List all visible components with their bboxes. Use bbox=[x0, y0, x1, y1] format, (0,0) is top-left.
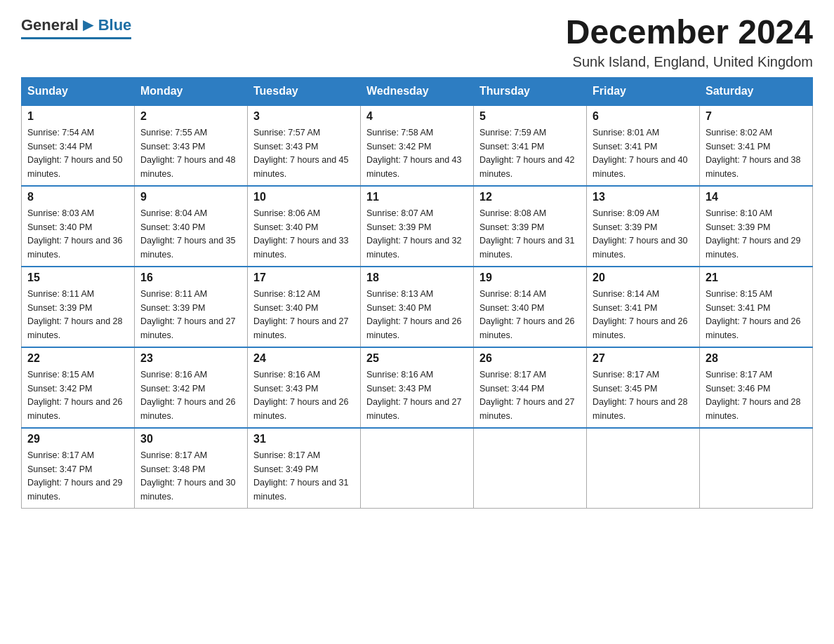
calendar-cell: 9 Sunrise: 8:04 AMSunset: 3:40 PMDayligh… bbox=[135, 186, 248, 267]
calendar-cell bbox=[361, 428, 474, 509]
day-number: 14 bbox=[706, 191, 807, 203]
calendar-table: SundayMondayTuesdayWednesdayThursdayFrid… bbox=[21, 77, 813, 509]
calendar-cell: 2 Sunrise: 7:55 AMSunset: 3:43 PMDayligh… bbox=[135, 105, 248, 186]
day-info: Sunrise: 8:04 AMSunset: 3:40 PMDaylight:… bbox=[140, 208, 236, 260]
day-info: Sunrise: 8:15 AMSunset: 3:41 PMDaylight:… bbox=[706, 289, 801, 340]
day-number: 26 bbox=[479, 352, 581, 365]
day-number: 25 bbox=[366, 352, 468, 365]
day-number: 31 bbox=[253, 433, 355, 445]
day-info: Sunrise: 8:12 AMSunset: 3:40 PMDaylight:… bbox=[253, 289, 349, 340]
calendar-cell: 6 Sunrise: 8:01 AMSunset: 3:41 PMDayligh… bbox=[587, 105, 700, 186]
day-info: Sunrise: 8:07 AMSunset: 3:39 PMDaylight:… bbox=[366, 208, 462, 260]
calendar-cell: 16 Sunrise: 8:11 AMSunset: 3:39 PMDaylig… bbox=[135, 267, 248, 347]
day-info: Sunrise: 8:17 AMSunset: 3:45 PMDaylight:… bbox=[593, 370, 688, 421]
day-number: 20 bbox=[593, 271, 694, 284]
day-info: Sunrise: 8:14 AMSunset: 3:41 PMDaylight:… bbox=[593, 289, 688, 340]
day-number: 2 bbox=[140, 110, 241, 123]
day-number: 27 bbox=[593, 352, 694, 365]
calendar-cell: 14 Sunrise: 8:10 AMSunset: 3:39 PMDaylig… bbox=[700, 186, 813, 267]
day-info: Sunrise: 8:14 AMSunset: 3:40 PMDaylight:… bbox=[479, 289, 575, 340]
logo-general-text: General bbox=[21, 16, 79, 34]
day-number: 18 bbox=[366, 271, 468, 284]
day-info: Sunrise: 7:57 AMSunset: 3:43 PMDaylight:… bbox=[253, 128, 349, 179]
day-number: 19 bbox=[479, 271, 581, 284]
calendar-cell: 17 Sunrise: 8:12 AMSunset: 3:40 PMDaylig… bbox=[248, 267, 361, 347]
day-info: Sunrise: 8:02 AMSunset: 3:41 PMDaylight:… bbox=[706, 128, 801, 179]
day-number: 16 bbox=[140, 271, 241, 284]
location-subtitle: Sunk Island, England, United Kingdom bbox=[566, 54, 813, 70]
calendar-cell: 24 Sunrise: 8:16 AMSunset: 3:43 PMDaylig… bbox=[248, 347, 361, 428]
col-header-saturday: Saturday bbox=[700, 77, 813, 105]
week-row-4: 22 Sunrise: 8:15 AMSunset: 3:42 PMDaylig… bbox=[22, 347, 813, 428]
day-info: Sunrise: 8:09 AMSunset: 3:39 PMDaylight:… bbox=[593, 208, 688, 260]
week-row-3: 15 Sunrise: 8:11 AMSunset: 3:39 PMDaylig… bbox=[22, 267, 813, 347]
day-info: Sunrise: 8:01 AMSunset: 3:41 PMDaylight:… bbox=[593, 128, 688, 179]
day-info: Sunrise: 7:59 AMSunset: 3:41 PMDaylight:… bbox=[479, 128, 575, 179]
calendar-cell: 26 Sunrise: 8:17 AMSunset: 3:44 PMDaylig… bbox=[474, 347, 587, 428]
day-info: Sunrise: 8:03 AMSunset: 3:40 PMDaylight:… bbox=[27, 208, 123, 260]
day-info: Sunrise: 7:55 AMSunset: 3:43 PMDaylight:… bbox=[140, 128, 236, 179]
day-number: 6 bbox=[593, 110, 694, 123]
calendar-cell: 1 Sunrise: 7:54 AMSunset: 3:44 PMDayligh… bbox=[22, 105, 135, 186]
calendar-cell: 12 Sunrise: 8:08 AMSunset: 3:39 PMDaylig… bbox=[474, 186, 587, 267]
day-info: Sunrise: 8:06 AMSunset: 3:40 PMDaylight:… bbox=[253, 208, 349, 260]
day-info: Sunrise: 8:11 AMSunset: 3:39 PMDaylight:… bbox=[27, 289, 123, 340]
calendar-cell: 20 Sunrise: 8:14 AMSunset: 3:41 PMDaylig… bbox=[587, 267, 700, 347]
week-row-1: 1 Sunrise: 7:54 AMSunset: 3:44 PMDayligh… bbox=[22, 105, 813, 186]
day-number: 13 bbox=[593, 191, 694, 203]
day-number: 23 bbox=[140, 352, 241, 365]
calendar-cell: 19 Sunrise: 8:14 AMSunset: 3:40 PMDaylig… bbox=[474, 267, 587, 347]
day-info: Sunrise: 8:17 AMSunset: 3:47 PMDaylight:… bbox=[27, 450, 123, 502]
day-number: 4 bbox=[366, 110, 468, 123]
day-info: Sunrise: 7:58 AMSunset: 3:42 PMDaylight:… bbox=[366, 128, 462, 179]
day-info: Sunrise: 7:54 AMSunset: 3:44 PMDaylight:… bbox=[27, 128, 123, 179]
calendar-cell: 5 Sunrise: 7:59 AMSunset: 3:41 PMDayligh… bbox=[474, 105, 587, 186]
calendar-cell: 25 Sunrise: 8:16 AMSunset: 3:43 PMDaylig… bbox=[361, 347, 474, 428]
col-header-tuesday: Tuesday bbox=[248, 77, 361, 105]
day-number: 29 bbox=[27, 433, 128, 445]
day-number: 12 bbox=[479, 191, 581, 203]
day-info: Sunrise: 8:11 AMSunset: 3:39 PMDaylight:… bbox=[140, 289, 236, 340]
day-number: 7 bbox=[706, 110, 807, 123]
week-row-5: 29 Sunrise: 8:17 AMSunset: 3:47 PMDaylig… bbox=[22, 428, 813, 509]
calendar-cell: 31 Sunrise: 8:17 AMSunset: 3:49 PMDaylig… bbox=[248, 428, 361, 509]
calendar-header-row: SundayMondayTuesdayWednesdayThursdayFrid… bbox=[22, 77, 813, 105]
calendar-cell: 15 Sunrise: 8:11 AMSunset: 3:39 PMDaylig… bbox=[22, 267, 135, 347]
calendar-cell: 7 Sunrise: 8:02 AMSunset: 3:41 PMDayligh… bbox=[700, 105, 813, 186]
day-info: Sunrise: 8:16 AMSunset: 3:43 PMDaylight:… bbox=[253, 370, 349, 421]
logo-blue-text: Blue bbox=[98, 16, 132, 34]
day-info: Sunrise: 8:17 AMSunset: 3:49 PMDaylight:… bbox=[253, 450, 349, 502]
logo: General ► Blue bbox=[21, 14, 131, 39]
day-number: 28 bbox=[706, 352, 807, 365]
calendar-cell: 27 Sunrise: 8:17 AMSunset: 3:45 PMDaylig… bbox=[587, 347, 700, 428]
day-number: 10 bbox=[253, 191, 355, 203]
calendar-cell bbox=[700, 428, 813, 509]
day-number: 22 bbox=[27, 352, 128, 365]
calendar-cell: 4 Sunrise: 7:58 AMSunset: 3:42 PMDayligh… bbox=[361, 105, 474, 186]
calendar-cell: 29 Sunrise: 8:17 AMSunset: 3:47 PMDaylig… bbox=[22, 428, 135, 509]
day-number: 9 bbox=[140, 191, 241, 203]
header: General ► Blue December 2024 Sunk Island… bbox=[21, 14, 813, 70]
day-info: Sunrise: 8:17 AMSunset: 3:46 PMDaylight:… bbox=[706, 370, 801, 421]
day-info: Sunrise: 8:10 AMSunset: 3:39 PMDaylight:… bbox=[706, 208, 801, 260]
day-info: Sunrise: 8:16 AMSunset: 3:42 PMDaylight:… bbox=[140, 370, 236, 421]
day-number: 15 bbox=[27, 271, 128, 284]
day-info: Sunrise: 8:17 AMSunset: 3:48 PMDaylight:… bbox=[140, 450, 236, 502]
month-title: December 2024 bbox=[566, 14, 813, 51]
calendar-cell: 8 Sunrise: 8:03 AMSunset: 3:40 PMDayligh… bbox=[22, 186, 135, 267]
calendar-cell: 23 Sunrise: 8:16 AMSunset: 3:42 PMDaylig… bbox=[135, 347, 248, 428]
day-number: 5 bbox=[479, 110, 581, 123]
day-number: 11 bbox=[366, 191, 468, 203]
calendar-cell: 28 Sunrise: 8:17 AMSunset: 3:46 PMDaylig… bbox=[700, 347, 813, 428]
day-info: Sunrise: 8:16 AMSunset: 3:43 PMDaylight:… bbox=[366, 370, 462, 421]
col-header-thursday: Thursday bbox=[474, 77, 587, 105]
day-info: Sunrise: 8:08 AMSunset: 3:39 PMDaylight:… bbox=[479, 208, 575, 260]
day-number: 24 bbox=[253, 352, 355, 365]
calendar-cell: 21 Sunrise: 8:15 AMSunset: 3:41 PMDaylig… bbox=[700, 267, 813, 347]
calendar-cell: 13 Sunrise: 8:09 AMSunset: 3:39 PMDaylig… bbox=[587, 186, 700, 267]
week-row-2: 8 Sunrise: 8:03 AMSunset: 3:40 PMDayligh… bbox=[22, 186, 813, 267]
logo-underline bbox=[21, 37, 131, 39]
calendar-cell bbox=[474, 428, 587, 509]
calendar-cell: 3 Sunrise: 7:57 AMSunset: 3:43 PMDayligh… bbox=[248, 105, 361, 186]
day-number: 17 bbox=[253, 271, 355, 284]
